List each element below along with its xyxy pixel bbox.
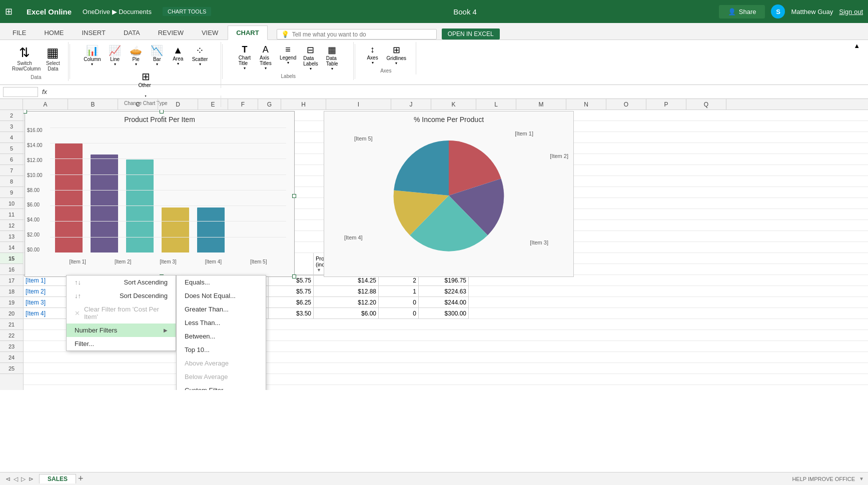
cell-17-shipping[interactable]: $5.75 xyxy=(269,286,314,297)
axes-button[interactable]: ↕ Axes ▾ xyxy=(363,43,383,67)
tab-home[interactable]: HOME xyxy=(36,26,72,40)
clear-filter-item[interactable]: ✕ Clear Filter from 'Cost Per Item' xyxy=(67,302,176,324)
cell-18-returns[interactable]: 0 xyxy=(379,297,419,308)
less-than-item[interactable]: Less Than... xyxy=(177,316,266,330)
col-header-D[interactable]: D xyxy=(158,99,198,110)
tell-me-input[interactable] xyxy=(292,31,402,38)
select-data-button[interactable]: ▦ SelectData xyxy=(42,43,64,74)
not-equal-item[interactable]: Does Not Equal... xyxy=(177,289,266,302)
cell-17-item[interactable]: [Item 2] xyxy=(24,286,69,297)
below-avg-item[interactable]: Below Average xyxy=(177,370,266,384)
data-labels-button[interactable]: ⊟ DataLabels ▾ xyxy=(300,43,321,72)
pie-chart[interactable]: % Income Per Product [Item 1] [It xyxy=(324,111,574,277)
axis-titles-button[interactable]: A AxisTitles ▾ xyxy=(256,43,276,72)
gridlines-button[interactable]: ⊞ Gridlines ▾ xyxy=(384,43,409,67)
col-header-G[interactable]: G xyxy=(258,99,281,110)
col-header-P[interactable]: P xyxy=(646,99,686,110)
ribbon-collapse[interactable]: ▲ xyxy=(853,42,864,50)
filter-item[interactable]: Filter... xyxy=(67,337,176,350)
col-header-L[interactable]: L xyxy=(476,99,516,110)
line-chart-button[interactable]: 📈 Line ▾ xyxy=(105,43,125,68)
col-header-B[interactable]: B xyxy=(68,99,118,110)
nav-next-btn[interactable]: ▷ xyxy=(20,476,27,482)
area-chart-button[interactable]: ▲ Area ▾ xyxy=(168,43,188,68)
between-item[interactable]: Between... xyxy=(177,330,266,343)
col-header-I[interactable]: I xyxy=(326,99,391,110)
bar-chart-button[interactable]: 📉 Bar ▾ xyxy=(147,43,167,68)
cell-17-returns[interactable]: 1 xyxy=(379,286,419,297)
number-filters-item[interactable]: Number Filters ▶ xyxy=(67,324,176,337)
tab-review[interactable]: REVIEW xyxy=(150,26,192,40)
cell-18-income[interactable]: $244.00 xyxy=(419,297,469,308)
nav-prev-btn[interactable]: ◁ xyxy=(12,476,20,482)
col-header-K[interactable]: K xyxy=(431,99,476,110)
cell-18-shipping[interactable]: $6.25 xyxy=(269,297,314,308)
sign-out-link[interactable]: Sign out xyxy=(839,8,863,16)
share-button[interactable]: 👤 Share xyxy=(719,5,765,18)
y-label-9: $0.00 xyxy=(27,247,43,252)
switch-row-col-button[interactable]: ⇅ SwitchRow/Column xyxy=(8,43,41,74)
tell-me-bar[interactable]: 💡 xyxy=(277,29,437,40)
sheet-tab-sales[interactable]: SALES xyxy=(39,474,76,484)
sort-ascending-item[interactable]: ↑↓ Sort Ascending xyxy=(67,276,176,289)
data-table-button[interactable]: ▦ DataTable ▾ xyxy=(322,43,342,72)
nav-next-last-btn[interactable]: ⊳ xyxy=(27,476,35,482)
cell-19-item[interactable]: [Item 4] xyxy=(24,308,69,319)
tab-data[interactable]: DATA xyxy=(115,26,149,40)
legend-arrow: ▾ xyxy=(287,60,289,65)
tab-file[interactable]: FILE xyxy=(4,26,35,40)
cell-19-shipping[interactable]: $3.50 xyxy=(269,308,314,319)
chart-handle-tc[interactable] xyxy=(160,110,164,114)
greater-than-item[interactable]: Greater Than... xyxy=(177,302,266,316)
col-header-N[interactable]: N xyxy=(566,99,606,110)
bar-chart[interactable]: Product Profit Per Item $16.00 $14.00 $1… xyxy=(25,111,295,277)
pie-label-item3: [Item 3] xyxy=(530,240,548,246)
cell-17-income[interactable]: $224.63 xyxy=(419,286,469,297)
chart-title-label: ChartTitle xyxy=(239,55,251,66)
gridlines-label: Gridlines xyxy=(387,56,406,61)
col-header-M[interactable]: M xyxy=(516,99,566,110)
cell-18-profit[interactable]: $12.20 xyxy=(314,297,379,308)
tab-view[interactable]: VIEW xyxy=(193,26,227,40)
above-avg-item[interactable]: Above Average xyxy=(177,356,266,370)
top10-item[interactable]: Top 10... xyxy=(177,343,266,356)
col-header-E[interactable]: E xyxy=(198,99,228,110)
lightbulb-icon: 💡 xyxy=(281,30,289,38)
name-box[interactable] xyxy=(3,87,38,97)
cell-18-item[interactable]: [Item 3] xyxy=(24,297,69,308)
cell-19-profit[interactable]: $6.00 xyxy=(314,308,379,319)
equals-item[interactable]: Equals... xyxy=(177,276,266,289)
scatter-chart-button[interactable]: ⁘ Scatter ▾ xyxy=(189,43,211,68)
chart-title-button[interactable]: T ChartTitle ▾ xyxy=(235,43,255,72)
col-header-F[interactable]: F xyxy=(228,99,258,110)
apps-icon[interactable]: ⊞ xyxy=(5,6,13,17)
row-num-header xyxy=(0,99,23,110)
pie-chart-button[interactable]: 🥧 Pie ▾ xyxy=(126,43,146,68)
chart-handle-tl[interactable] xyxy=(24,110,27,114)
col-header-O[interactable]: O xyxy=(606,99,646,110)
cell-17-profit[interactable]: $12.88 xyxy=(314,286,379,297)
open-in-excel-button[interactable]: OPEN IN EXCEL xyxy=(442,28,500,40)
custom-filter-item[interactable]: Custom Filter... xyxy=(177,384,266,390)
nav-prev-first-btn[interactable]: ⊲ xyxy=(4,476,12,482)
col-header-C[interactable]: C xyxy=(118,99,158,110)
skype-icon[interactable]: S xyxy=(771,4,785,18)
sort-descending-item[interactable]: ↓↑ Sort Descending xyxy=(67,289,176,302)
chart-handle-br[interactable] xyxy=(292,274,296,278)
chart-handle-mr[interactable] xyxy=(292,194,296,198)
col-header-A[interactable]: A xyxy=(23,99,68,110)
help-improve-link[interactable]: HELP IMPROVE OFFICE xyxy=(792,476,855,482)
cell-19-income[interactable]: $300.00 xyxy=(419,308,469,319)
col-header-J[interactable]: J xyxy=(391,99,431,110)
x-label-4: [Item 4] xyxy=(200,259,227,264)
col-header-H[interactable]: H xyxy=(281,99,326,110)
tab-chart[interactable]: CHART xyxy=(228,26,268,40)
add-sheet-btn[interactable]: + xyxy=(78,474,84,484)
row-15[interactable]: 15 xyxy=(0,253,23,264)
formula-input[interactable] xyxy=(51,88,865,96)
col-header-Q[interactable]: Q xyxy=(686,99,726,110)
tab-insert[interactable]: INSERT xyxy=(73,26,114,40)
legend-button[interactable]: ≡ Legend ▾ xyxy=(277,43,299,72)
cell-19-returns[interactable]: 0 xyxy=(379,308,419,319)
column-chart-button[interactable]: 📊 Column ▾ xyxy=(81,43,104,68)
